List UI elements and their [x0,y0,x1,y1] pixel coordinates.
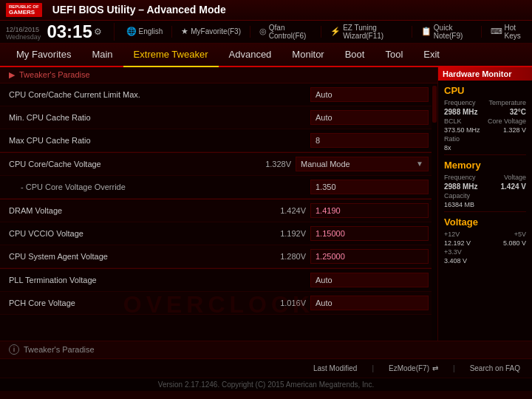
hotkeys-item[interactable]: ⌨ Hot Keys [491,24,526,40]
setting-label-9: PCH Core Voltage [9,299,247,307]
dropdown-arrow-3: ▼ [416,160,423,168]
language-icon: 🌐 [126,27,137,36]
nav-advanced[interactable]: Advanced [219,44,282,66]
nav-exit[interactable]: Exit [413,44,450,66]
ezmode-button[interactable]: EzMode(F7) ⇄ [389,364,438,372]
nav-extreme-tweaker[interactable]: Extreme Tweaker [123,44,219,67]
hardware-monitor-title: Hardware Monitor [443,69,512,78]
top-bar: REPUBLIC OF GAMERS UEFI BIOS Utility – A… [0,0,532,21]
favorites-item[interactable]: ★ MyFavorite(F3) [181,27,241,36]
setting-label-6: CPU VCCIO Voltage [9,229,247,238]
setting-label-5: DRAM Voltage [9,206,247,215]
breadcrumb-arrow: ▶ [9,70,15,80]
bottom-bar: Last Modified | EzMode(F7) ⇄ | Search on… [0,358,532,378]
quicknote-label: Quick Note(F9) [434,24,472,40]
hw-mem-cap-value: 16384 MB [444,201,474,208]
setting-value-3: 1.328V [232,160,291,168]
hw-divider-1 [444,154,526,155]
setting-row-pch: PCH Core Voltage 1.016V Auto [0,292,437,315]
datetime: 12/16/2015 Wednesday [6,26,41,41]
hw-cpu-freq-row: Frequency Temperature [444,99,526,106]
setting-label-4: - CPU Core Voltage Override [9,183,310,191]
nav-my-favorites[interactable]: My Favorites [6,44,81,66]
qfan-label: Qfan Control(F6) [269,24,313,40]
setting-field-5[interactable]: 1.4190 [310,203,429,218]
setting-row-min-cache: Min. CPU Cache Ratio Auto [0,106,437,129]
hw-mem-freq-label-row: Frequency Voltage [444,174,526,181]
setting-row-pll: PLL Termination Voltage Auto [0,268,437,292]
hw-mem-cap-label: Capacity [444,192,470,200]
hw-volt-12-label: +12V [444,231,460,238]
hw-cpu-ratio-label: Ratio [444,135,460,143]
dropdown-text-3: Manual Mode [301,160,350,168]
setting-row-cpu-current-limit: CPU Core/Cache Current Limit Max. Auto [0,83,437,106]
hw-cpu-bclk-label-row: BCLK Core Voltage [444,117,526,125]
breadcrumb: ▶ Tweaker's Paradise [0,67,437,83]
bios-title: UEFI BIOS Utility – Advanced Mode [52,4,526,16]
setting-field-4[interactable]: 1.350 [310,180,429,194]
hw-cpu-freq-value: 2988 MHz [444,108,478,116]
setting-label-8: PLL Termination Voltage [9,276,310,284]
sub-breadcrumb-label: Tweaker's Paradise [24,345,95,354]
setting-field-1[interactable]: Auto [310,110,429,125]
hw-cpu-freq-label: Frequency [444,99,476,106]
hotkeys-icon: ⌨ [491,27,502,36]
info-icon: i [9,344,19,355]
nav-tool[interactable]: Tool [375,44,413,66]
setting-row-core-voltage: CPU Core/Cache Voltage 1.328V Manual Mod… [0,152,437,176]
eztuning-icon: ⚡ [330,27,341,36]
settings-gear-icon[interactable]: ⚙ [94,27,102,37]
favorites-label: MyFavorite(F3) [191,27,241,35]
hw-volt-3v3-label-row: +3.3V [444,248,526,256]
logo-area: REPUBLIC OF GAMERS [6,3,42,17]
setting-label-3: CPU Core/Cache Voltage [9,160,232,168]
settings-table: CPU Core/Cache Current Limit Max. Auto M… [0,83,437,315]
setting-row-vccio: CPU VCCIO Voltage 1.192V 1.15000 [0,222,437,245]
hw-mem-cap-val-row: 16384 MB [444,201,526,208]
hw-cpu-corev-label: Core Voltage [488,117,526,125]
search-faq-button[interactable]: Search on FAQ [470,364,520,372]
hw-mem-volt-label: Voltage [504,174,526,181]
hotkeys-label: Hot Keys [505,24,526,40]
hw-cpu-temp-value: 32°C [510,108,526,116]
hw-cpu-freq-val-row: 2988 MHz 32°C [444,108,526,116]
nav-main[interactable]: Main [81,44,123,66]
last-modified-button[interactable]: Last Modified [313,364,357,372]
hw-mem-freq-label: Frequency [444,174,476,181]
nav-boot[interactable]: Boot [335,44,375,66]
ezmode-icon: ⇄ [432,364,438,372]
setting-field-7[interactable]: 1.25000 [310,249,429,264]
setting-field-8[interactable]: Auto [310,273,429,287]
hw-mem-freq-val-row: 2988 MHz 1.424 V [444,183,526,191]
setting-field-0[interactable]: Auto [310,87,429,102]
setting-label-1: Min. CPU Cache Ratio [9,113,310,122]
hw-mem-volt-value: 1.424 V [501,183,526,191]
setting-value-5: 1.424V [247,206,306,215]
hw-volt-3v3-label: +3.3V [444,248,462,256]
day: Wednesday [6,33,41,41]
setting-field-2[interactable]: 8 [310,133,429,148]
search-faq-label: Search on FAQ [470,364,520,372]
hw-divider-2 [444,211,526,212]
hw-volt-5-label: +5V [514,231,526,238]
info-bar: 12/16/2015 Wednesday 03:15 ⚙ 🌐 English ★… [0,21,532,44]
language-label: English [139,27,163,35]
hw-cpu-ratio-value: 8x [444,144,451,151]
scroll-thumb[interactable] [432,86,437,123]
hw-cpu-bclk-label: BCLK [444,117,462,125]
setting-field-3[interactable]: Manual Mode ▼ [296,157,429,171]
bottom-divider-1: | [372,364,374,372]
nav-monitor[interactable]: Monitor [282,44,334,66]
hw-mem-cap-label-row: Capacity [444,192,526,200]
qfan-item[interactable]: ◎ Qfan Control(F6) [259,24,313,40]
language-item[interactable]: 🌐 English [126,27,163,36]
hw-volt-12-label-row: +12V +5V [444,231,526,238]
setting-field-6[interactable]: 1.15000 [310,226,429,241]
main-layout: ▶ Tweaker's Paradise CPU Core/Cache Curr… [0,67,532,341]
eztuning-item[interactable]: ⚡ EZ Tuning Wizard(F11) [330,24,403,40]
quicknote-item[interactable]: 📋 Quick Note(F9) [421,24,472,40]
setting-field-9[interactable]: Auto [310,296,429,310]
date: 12/16/2015 [6,26,41,33]
scrollbar[interactable] [432,85,437,341]
hw-volt-3v3-val-row: 3.408 V [444,257,526,265]
